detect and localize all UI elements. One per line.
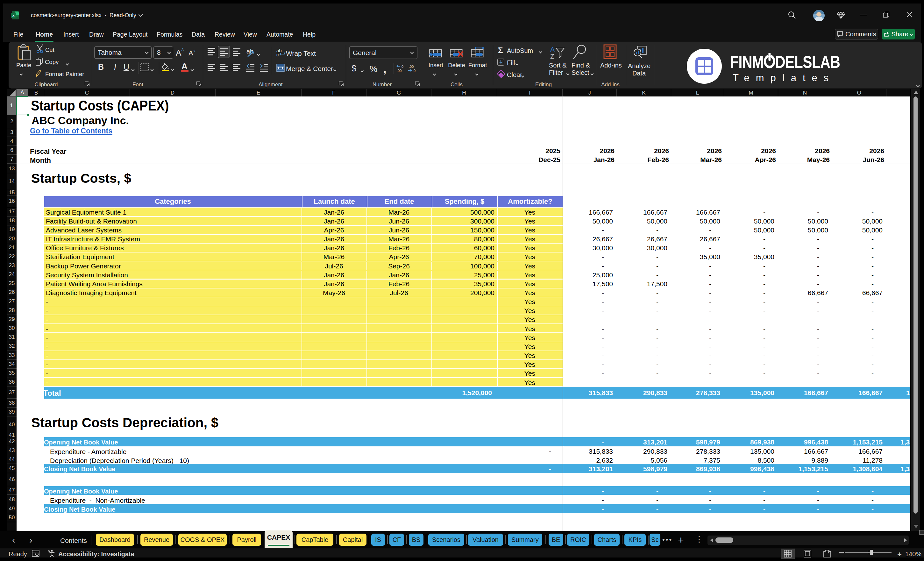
svg-text:.00: .00 [409,64,414,69]
svg-text:.0: .0 [400,64,404,69]
svg-text:.0: .0 [412,69,416,73]
svg-text:Z: Z [550,52,554,59]
svg-text:A: A [550,45,555,53]
svg-text:x: x [12,13,15,18]
svg-text:.00: .00 [397,69,402,73]
